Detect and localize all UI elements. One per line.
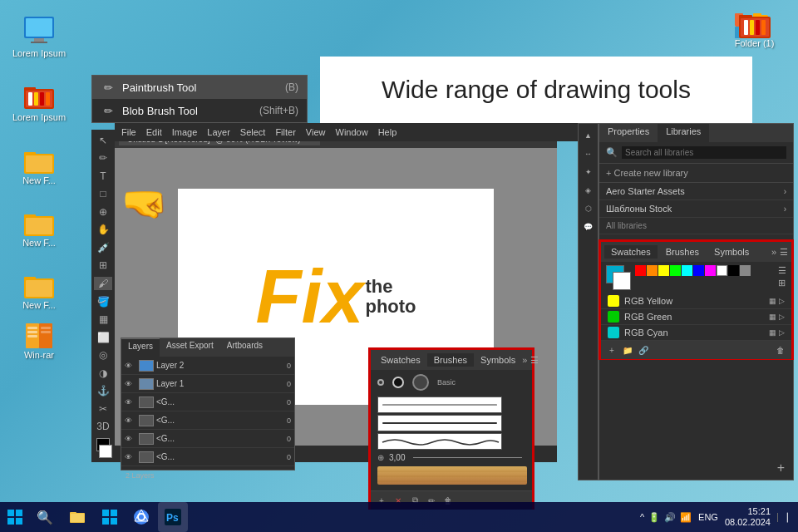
toolbar-btn-eraser[interactable]: ⬜ xyxy=(94,331,112,344)
tab-layers[interactable]: Layers xyxy=(121,338,160,357)
menu-view[interactable]: View xyxy=(306,127,326,137)
tab-asset-export[interactable]: Asset Export xyxy=(160,338,220,357)
layer2-eye[interactable]: 👁 xyxy=(125,362,136,370)
toolbar-btn-crop[interactable]: ⊞ xyxy=(94,259,112,273)
layer1-eye[interactable]: 👁 xyxy=(125,380,136,388)
toolbar-btn-path[interactable]: ⚓ xyxy=(94,384,112,397)
create-library-btn[interactable]: + Create new library xyxy=(599,164,793,183)
swatch-cyan[interactable] xyxy=(682,265,692,276)
toolbar-btn-burn[interactable]: ◑ xyxy=(94,367,112,380)
btab-chevron[interactable]: » xyxy=(522,355,527,366)
toolbar-btn-3d[interactable]: 3D xyxy=(94,421,112,434)
tray-volume-icon[interactable]: 🔊 xyxy=(664,512,676,523)
rp-search[interactable]: 🔍 xyxy=(599,142,793,164)
menu-edit[interactable]: Edit xyxy=(146,127,162,137)
stab-symbols[interactable]: Symbols xyxy=(707,245,756,259)
taskbar-search-btn[interactable]: 🔍 xyxy=(30,502,60,532)
stab-menu[interactable]: ☰ xyxy=(780,247,788,258)
taskbar-app-windows[interactable] xyxy=(95,502,125,532)
btab-brushes[interactable]: Brushes xyxy=(427,353,474,367)
rptab-libraries[interactable]: Libraries xyxy=(658,124,709,142)
toolbar-btn-select[interactable]: ↖ xyxy=(94,134,112,147)
layerg4-eye[interactable]: 👁 xyxy=(125,453,136,461)
swatch-white[interactable] xyxy=(717,265,727,276)
toolbar-btn-blur[interactable]: ◎ xyxy=(94,348,112,362)
tool-paintbrush[interactable]: ✏ Paintbrush Tool (B) xyxy=(92,76,307,99)
layer-row-g3[interactable]: 👁 <G... 0 xyxy=(121,430,294,448)
bg-color[interactable] xyxy=(99,445,112,458)
layerg2-eye[interactable]: 👁 xyxy=(125,416,136,425)
icon-folder1[interactable]: Folder (1) xyxy=(732,8,777,48)
tool-blob-brush[interactable]: ✏ Blob Brush Tool (Shift+B) xyxy=(92,99,307,122)
toolbar-btn-fill[interactable]: 🪣 xyxy=(94,295,112,308)
layer-row-2[interactable]: 👁 Layer 2 0 xyxy=(121,357,294,375)
color-row-yellow[interactable]: RGB Yellow ▦ ▷ xyxy=(601,293,791,309)
icon-newfolder2[interactable]: New F... xyxy=(10,208,68,248)
menu-file[interactable]: File xyxy=(121,127,136,137)
brush-preview-3[interactable] xyxy=(377,433,502,450)
swatch-blue[interactable] xyxy=(693,265,704,276)
layer-row-1[interactable]: 👁 Layer 1 0 xyxy=(121,375,294,393)
taskbar-app-ps[interactable]: Ps xyxy=(158,502,188,532)
tray-network-icon[interactable]: 📶 xyxy=(680,512,692,523)
swatch-yellow[interactable] xyxy=(658,265,669,276)
btab-menu[interactable]: ☰ xyxy=(530,355,539,366)
stab-swatches[interactable]: Swatches xyxy=(604,245,658,259)
brush-dot-medium[interactable] xyxy=(392,377,404,388)
menu-image[interactable]: Image xyxy=(172,127,198,137)
toolbar-btn-eyedropper[interactable]: 💉 xyxy=(94,241,112,254)
search-input[interactable] xyxy=(622,146,786,159)
tray-up-icon[interactable]: ^ xyxy=(640,512,644,522)
menu-window[interactable]: Window xyxy=(336,127,368,137)
layer-row-g1[interactable]: 👁 <G... 0 xyxy=(121,393,294,411)
brush-preview-1[interactable] xyxy=(377,397,502,413)
prop-btn-5[interactable]: ⬡ xyxy=(581,201,596,216)
rp-item-aero[interactable]: Aero Starter Assets › xyxy=(599,183,793,200)
prop-btn-2[interactable]: ↔ xyxy=(581,146,596,161)
icon-lorem1[interactable]: Lorem Ipsum xyxy=(10,15,68,58)
swatch-red[interactable] xyxy=(635,265,646,276)
layerg3-eye[interactable]: 👁 xyxy=(125,435,136,443)
swatch-gray[interactable] xyxy=(740,265,751,276)
icon-winrar[interactable]: Win-rar xyxy=(10,320,68,360)
prop-btn-1[interactable]: ▲ xyxy=(581,128,596,143)
swatch-green[interactable] xyxy=(670,265,681,276)
layer-row-g2[interactable]: 👁 <G... 0 xyxy=(121,411,294,430)
prop-btn-6[interactable]: 💬 xyxy=(581,219,596,234)
btab-swatches[interactable]: Swatches xyxy=(374,353,427,367)
grid-view-btn[interactable]: ⊞ xyxy=(778,278,786,288)
btab-symbols[interactable]: Symbols xyxy=(474,353,522,367)
layerg1-eye[interactable]: 👁 xyxy=(125,398,136,406)
toolbar-btn-pen[interactable]: ✏ xyxy=(94,152,112,165)
swatch-orange[interactable] xyxy=(647,265,658,276)
toolbar-btn-hand[interactable]: ✋ xyxy=(94,224,112,237)
list-view-btn[interactable]: ☰ xyxy=(778,265,786,276)
stab-brushes[interactable]: Brushes xyxy=(659,245,706,259)
sp-link-btn[interactable]: 🔗 xyxy=(637,343,650,357)
icon-lorem2[interactable]: Lorem Ipsum xyxy=(10,79,68,122)
menu-filter[interactable]: Filter xyxy=(275,127,295,137)
show-desktop-btn[interactable]: ▕ xyxy=(777,513,788,522)
toolbar-btn-slice[interactable]: ✂ xyxy=(94,402,112,416)
taskbar-app-explorer[interactable] xyxy=(63,502,93,532)
tray-battery-icon[interactable]: 🔋 xyxy=(648,512,660,523)
menu-select[interactable]: Select xyxy=(240,127,266,137)
rp-add-btn[interactable]: + xyxy=(777,461,785,475)
swatch-black[interactable] xyxy=(728,265,739,276)
swatch-magenta[interactable] xyxy=(705,265,716,276)
stab-chevron[interactable]: » xyxy=(771,247,776,258)
rptab-properties[interactable]: Properties xyxy=(599,124,658,142)
brush-preview-2[interactable] xyxy=(377,415,502,431)
toolbar-btn-shape[interactable]: □ xyxy=(94,188,112,201)
brush-dot-small[interactable] xyxy=(377,379,384,386)
toolbar-btn-brush[interactable]: 🖌 xyxy=(94,277,112,290)
swatch-color-preview[interactable] xyxy=(606,265,631,290)
layer-row-g4[interactable]: 👁 <G... 0 xyxy=(121,448,294,466)
menu-help[interactable]: Help xyxy=(378,127,397,137)
tab-artboards[interactable]: Artboards xyxy=(220,338,269,357)
prop-btn-4[interactable]: ◈ xyxy=(581,183,596,198)
menu-layer[interactable]: Layer xyxy=(207,127,230,137)
toolbar-btn-zoom[interactable]: ⊕ xyxy=(94,205,112,219)
taskbar-app-chrome[interactable] xyxy=(126,502,156,532)
icon-newfolder3[interactable]: New F... xyxy=(10,270,68,310)
